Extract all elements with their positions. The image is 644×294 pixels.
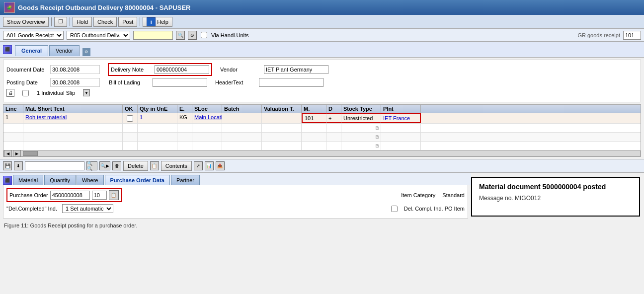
table-icon[interactable]: 📊 xyxy=(205,161,214,170)
slip-dropdown-icon[interactable]: ▼ xyxy=(83,89,90,96)
tab-extra-icon[interactable]: ⚙ xyxy=(82,48,90,56)
doc-nav-icon[interactable]: ⊙ xyxy=(188,31,197,40)
table-header-row: Line Mat. Short Text OK Qty in UnE E. SL… xyxy=(3,105,641,113)
po-detail-icon[interactable]: 📋 xyxy=(109,190,119,200)
col-stock-type: Stock Type xyxy=(341,105,381,113)
header-text-input[interactable] xyxy=(259,78,323,87)
cell-plnt-1: IET France xyxy=(381,113,421,123)
col-m: M. xyxy=(302,105,326,113)
po-item-input[interactable] xyxy=(92,191,107,200)
help-button[interactable]: i Help xyxy=(143,17,172,27)
gr-goods-receipt-value: 101 xyxy=(623,31,641,40)
search-field[interactable] xyxy=(25,161,84,170)
toolbar-sep-2 xyxy=(70,17,70,26)
lower-left-panel: ⬛ Material Quantity Where Purchase Order… xyxy=(0,173,471,220)
toolbar-sep-3 xyxy=(140,17,140,26)
window-title: Goods Receipt Outbound Delivery 80000004… xyxy=(18,4,191,11)
form-row-2: Posting Date 30.08.2008 Bill of Lading H… xyxy=(6,78,638,87)
gr-goods-receipt-label: GR goods receipt xyxy=(577,32,620,38)
posting-date-label: Posting Date xyxy=(6,79,46,85)
message-title: Material document 5000000004 posted xyxy=(479,183,632,191)
via-handl-label: Via Handl.Units xyxy=(211,32,249,38)
cell-mat-text-1[interactable]: Roh test material xyxy=(23,113,123,123)
cell-sloc-1[interactable]: Main Location xyxy=(192,113,222,123)
purchase-order-input[interactable] xyxy=(50,191,90,200)
movement-type-select[interactable]: A01 Goods Receipt xyxy=(3,31,64,40)
main-form-area: Document Date 30.08.2008 Delivery Note V… xyxy=(3,60,641,102)
cell-ok-1[interactable] xyxy=(123,113,138,123)
show-overview-button[interactable]: Show Overview xyxy=(3,17,49,27)
post-button[interactable]: Post xyxy=(118,17,137,27)
header-text-group: HeaderText xyxy=(215,78,323,87)
main-toolbar: Show Overview ☐ Hold Check Post i Help xyxy=(0,15,644,29)
table-row: 1 Roh test material 1 KG Main Location 1… xyxy=(3,113,641,124)
hold-button[interactable]: Hold xyxy=(73,17,92,27)
caption-text: Figure 11: Goods Receipt posting for a p… xyxy=(4,222,137,228)
find-next-icon[interactable]: 🔍▶ xyxy=(99,161,110,170)
col-d: D xyxy=(326,105,341,113)
new-button[interactable]: ☐ xyxy=(54,17,67,27)
del-completed-select[interactable]: 1 Set automatic xyxy=(62,204,113,213)
via-handl-checkbox[interactable] xyxy=(201,32,207,38)
vendor-input[interactable] xyxy=(264,65,328,74)
col-valuation: Valuation T. xyxy=(262,105,302,113)
horizontal-scrollbar[interactable]: ◀ ▶ xyxy=(3,150,641,156)
tab-material[interactable]: Material xyxy=(13,175,43,185)
delete-icon[interactable]: 🗑 xyxy=(112,161,121,170)
col-e: E. xyxy=(177,105,192,113)
expand-icon[interactable]: ⤢ xyxy=(194,161,203,170)
tab-partner[interactable]: Partner xyxy=(171,175,200,185)
item-category-value: Standard xyxy=(442,192,465,198)
document-date-group: Document Date 30.08.2008 xyxy=(6,65,100,74)
tab-general[interactable]: General xyxy=(15,45,48,56)
cell-qty-1: 1 xyxy=(138,113,177,123)
scroll-right-btn[interactable]: ▶ xyxy=(13,150,21,157)
scroll-thumb[interactable] xyxy=(23,151,38,156)
doc-search-icon[interactable]: 🔍 xyxy=(176,31,185,40)
document-date-value: 30.08.2008 xyxy=(50,65,100,74)
bill-of-lading-input[interactable] xyxy=(153,78,207,87)
check-button[interactable]: Check xyxy=(93,17,117,27)
individual-slip-checkbox[interactable] xyxy=(22,90,29,96)
sap-icon: 🧩 xyxy=(4,2,15,13)
scroll-left-btn[interactable]: ◀ xyxy=(4,150,12,157)
doc-selection-row: A01 Goods Receipt R05 Outbound Deliv. 🔍 … xyxy=(0,29,644,42)
document-date-label: Document Date xyxy=(6,67,46,73)
item-category-label: Item Category xyxy=(401,192,435,198)
tab-purchase-order-data[interactable]: Purchase Order Data xyxy=(105,175,170,185)
reference-input[interactable] xyxy=(133,31,173,40)
delivery-note-group: Delivery Note xyxy=(108,63,212,76)
printer-icon[interactable]: 🖨 xyxy=(6,89,14,97)
tab-where[interactable]: Where xyxy=(77,175,103,185)
cell-batch-1 xyxy=(222,113,262,123)
line-items-table: Line Mat. Short Text OK Qty in UnE E. SL… xyxy=(3,104,641,157)
delete-button[interactable]: Delete xyxy=(123,161,148,171)
save-icon[interactable]: 💾 xyxy=(3,161,12,170)
vendor-group: Vendor xyxy=(220,65,328,74)
cell-line-1: 1 xyxy=(3,113,23,123)
export-icon[interactable]: 📤 xyxy=(216,161,225,170)
delivery-note-input[interactable] xyxy=(155,65,209,74)
col-plnt: Plnt xyxy=(381,105,421,113)
form-row-1: Document Date 30.08.2008 Delivery Note V… xyxy=(6,63,638,76)
table-row-empty-1: 🖹 xyxy=(3,124,641,133)
del-completed-label: "Del.Completed" Ind. xyxy=(6,206,57,212)
col-ok: OK xyxy=(123,105,138,113)
table-row-empty-2: 🖹 xyxy=(3,133,641,142)
del-compl-po-checkbox[interactable] xyxy=(391,206,398,212)
col-batch: Batch xyxy=(222,105,262,113)
find-icon[interactable]: 🔍🔍 xyxy=(86,161,97,170)
cell-d-1: + xyxy=(326,113,341,123)
ref-type-select[interactable]: R05 Outbound Deliv. xyxy=(67,31,130,40)
lower-form-area: Purchase Order 📋 Item Category Standard … xyxy=(3,185,468,219)
purchase-order-group: Purchase Order 📋 xyxy=(6,188,122,202)
contents-button[interactable]: Contents xyxy=(161,161,192,171)
col-mat-short-text: Mat. Short Text xyxy=(23,105,123,113)
col-qty: Qty in UnE xyxy=(138,105,177,113)
filter-icon[interactable]: ⬇ xyxy=(14,161,23,170)
contents-icon[interactable]: 📋 xyxy=(150,161,159,170)
tab-quantity[interactable]: Quantity xyxy=(44,175,76,185)
tab-vendor[interactable]: Vendor xyxy=(49,45,80,56)
message-box: Material document 5000000004 posted Mess… xyxy=(471,177,640,217)
vendor-label: Vendor xyxy=(220,67,260,73)
